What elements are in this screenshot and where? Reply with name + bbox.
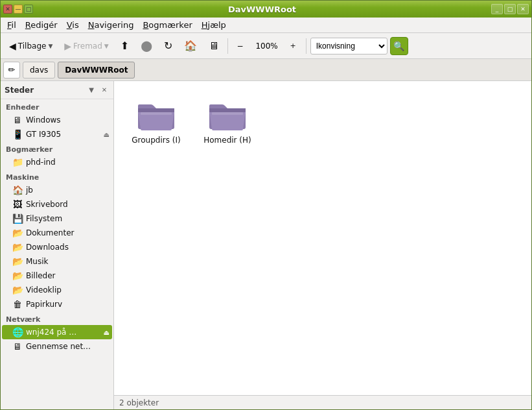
section-maskine: Maskine xyxy=(1,169,113,183)
sidebar-item-papirkurv[interactable]: 🗑 Papirkurv xyxy=(2,297,112,311)
back-label: Tilbage xyxy=(18,42,47,51)
search-button[interactable]: 🔍 xyxy=(390,37,408,55)
up-button[interactable]: ⬆ xyxy=(116,36,133,56)
menubar: Fil Redigér Vis Navigering Bogmærker Hjæ… xyxy=(1,18,531,33)
file-item-homedir[interactable]: Homedir (H) xyxy=(198,94,257,149)
menu-navigering[interactable]: Navigering xyxy=(84,19,138,31)
main-area: Steder ▼ ✕ Enheder 🖥 Windows 📱 GT I9305 … xyxy=(1,81,531,409)
reload-icon: ↻ xyxy=(164,40,172,52)
locationbar: ✏ davs DavWWWRoot xyxy=(1,59,531,81)
statusbar: 2 objekter xyxy=(114,395,531,409)
window-buttons: ✕ — □ xyxy=(3,5,33,14)
zoom-out-button[interactable]: − xyxy=(232,36,248,56)
sidebar-close-button[interactable]: ✕ xyxy=(99,85,110,95)
zoom-percent: 100% xyxy=(251,42,283,51)
dokumenter-icon: 📂 xyxy=(12,228,23,238)
sidebar-item-dokumenter-label: Dokumenter xyxy=(26,228,74,237)
sidebar-item-billeder[interactable]: 📂 Billeder xyxy=(2,269,112,283)
sidebar: Steder ▼ ✕ Enheder 🖥 Windows 📱 GT I9305 … xyxy=(1,81,114,409)
view-selector[interactable]: Ikonvisning Listevisning Kompakt visning xyxy=(310,38,387,54)
edit-icon: ✏ xyxy=(8,65,16,75)
menu-bogmaerker[interactable]: Bogmærker xyxy=(139,19,196,31)
windows-icon: 🖥 xyxy=(12,115,23,125)
sidebar-item-windows-label: Windows xyxy=(26,115,61,125)
menu-fil[interactable]: Fil xyxy=(3,19,20,31)
sidebar-title: Steder xyxy=(5,86,34,95)
minimize-button[interactable]: — xyxy=(14,5,23,14)
sidebar-item-wnj424[interactable]: 🌐 wnj424 på … ⏏ xyxy=(2,325,112,339)
forward-dropdown-icon[interactable]: ▼ xyxy=(104,43,109,49)
forward-button[interactable]: ▶ Fremad ▼ xyxy=(60,36,113,56)
section-netvaerk: Netværk xyxy=(1,311,113,325)
file-item-groupdirs[interactable]: Groupdirs (I) xyxy=(127,94,185,149)
menu-hjaelp[interactable]: Hjælp xyxy=(198,19,230,31)
titlebar-close-icon[interactable]: ✕ xyxy=(517,4,529,14)
forward-arrow-icon: ▶ xyxy=(64,41,71,51)
zoom-in-icon: + xyxy=(290,42,296,50)
toolbar: ◀ Tilbage ▼ ▶ Fremad ▼ ⬆ ⬤ ↻ 🏠 🖥 xyxy=(1,33,531,59)
sidebar-item-windows[interactable]: 🖥 Windows xyxy=(2,113,112,127)
breadcrumb-davs[interactable]: davs xyxy=(23,62,55,78)
section-enheder: Enheder xyxy=(1,99,113,113)
phd-ind-icon: 📁 xyxy=(12,157,23,167)
breadcrumb-davwwwroot[interactable]: DavWWWRoot xyxy=(58,62,135,78)
menu-rediger[interactable]: Redigér xyxy=(21,19,62,31)
wnj424-icon: 🌐 xyxy=(12,327,23,337)
toolbar-separator-2 xyxy=(306,38,306,54)
file-area: Groupdirs (I) xyxy=(114,81,531,409)
sidebar-item-videoklip[interactable]: 📂 Videoklip xyxy=(2,283,112,297)
forward-label: Fremad xyxy=(73,42,102,51)
file-content: Groupdirs (I) xyxy=(114,81,531,395)
downloads-icon: 📂 xyxy=(12,242,23,252)
status-text: 2 objekter xyxy=(119,398,159,407)
sidebar-item-downloads[interactable]: 📂 Downloads xyxy=(2,240,112,254)
sidebar-item-skrivebord-label: Skrivebord xyxy=(26,200,68,209)
homedir-folder-icon xyxy=(208,98,247,132)
computer-icon: 🖥 xyxy=(209,40,219,52)
videoklip-icon: 📂 xyxy=(12,285,23,295)
back-button[interactable]: ◀ Tilbage ▼ xyxy=(5,36,57,56)
jb-icon: 🏠 xyxy=(12,185,23,195)
sidebar-item-gennemse-net-label: Gennemse net… xyxy=(26,342,91,351)
sidebar-item-dokumenter[interactable]: 📂 Dokumenter xyxy=(2,226,112,240)
app-window: ✕ — □ DavWWWRoot _ □ ✕ Fil Redigér Vis N… xyxy=(0,0,532,410)
svg-rect-3 xyxy=(212,112,243,115)
sidebar-dropdown-button[interactable]: ▼ xyxy=(86,85,97,95)
sidebar-item-filsystem[interactable]: 💾 Filsystem xyxy=(2,211,112,226)
sidebar-item-phd-ind[interactable]: 📁 phd-ind xyxy=(2,155,112,169)
sidebar-item-downloads-label: Downloads xyxy=(26,243,69,252)
up-icon: ⬆ xyxy=(121,40,129,52)
menu-vis[interactable]: Vis xyxy=(63,19,83,31)
sidebar-item-filsystem-label: Filsystem xyxy=(26,214,62,223)
reload-button[interactable]: ↻ xyxy=(159,36,177,56)
sidebar-item-gennemse-net[interactable]: 🖥 Gennemse net… xyxy=(2,339,112,354)
titlebar-max-icon[interactable]: □ xyxy=(504,4,516,14)
skrivebord-icon: 🖼 xyxy=(12,199,23,210)
back-dropdown-icon[interactable]: ▼ xyxy=(48,43,52,49)
filsystem-icon: 💾 xyxy=(12,213,23,224)
musik-icon: 📂 xyxy=(12,256,23,267)
sidebar-item-jb[interactable]: 🏠 jb xyxy=(2,183,112,197)
sidebar-item-videoklip-label: Videoklip xyxy=(26,285,62,295)
gt-i9305-icon: 📱 xyxy=(12,129,23,139)
sidebar-item-gt-i9305[interactable]: 📱 GT I9305 ⏏ xyxy=(2,127,112,141)
titlebar-min-icon[interactable]: _ xyxy=(491,4,503,14)
gt-i9305-eject-icon[interactable]: ⏏ xyxy=(104,131,110,138)
edit-location-button[interactable]: ✏ xyxy=(3,62,20,78)
sidebar-item-phd-ind-label: phd-ind xyxy=(26,158,56,167)
zoom-in-button[interactable]: + xyxy=(286,36,302,56)
toolbar-separator-1 xyxy=(227,38,228,54)
sidebar-item-jb-label: jb xyxy=(26,186,33,195)
computer-button[interactable]: 🖥 xyxy=(204,36,224,56)
sidebar-header-controls: ▼ ✕ xyxy=(86,85,110,95)
titlebar-controls: _ □ ✕ xyxy=(491,4,529,14)
sidebar-item-musik[interactable]: 📂 Musik xyxy=(2,254,112,269)
wnj424-eject-icon[interactable]: ⏏ xyxy=(104,329,110,336)
maximize-button[interactable]: □ xyxy=(24,5,33,14)
home-button[interactable]: 🏠 xyxy=(179,36,202,56)
titlebar: ✕ — □ DavWWWRoot _ □ ✕ xyxy=(1,1,531,18)
close-button[interactable]: ✕ xyxy=(3,5,12,14)
sidebar-item-skrivebord[interactable]: 🖼 Skrivebord xyxy=(2,197,112,211)
groupdirs-label: Groupdirs (I) xyxy=(132,136,180,145)
stop-button[interactable]: ⬤ xyxy=(136,36,157,56)
